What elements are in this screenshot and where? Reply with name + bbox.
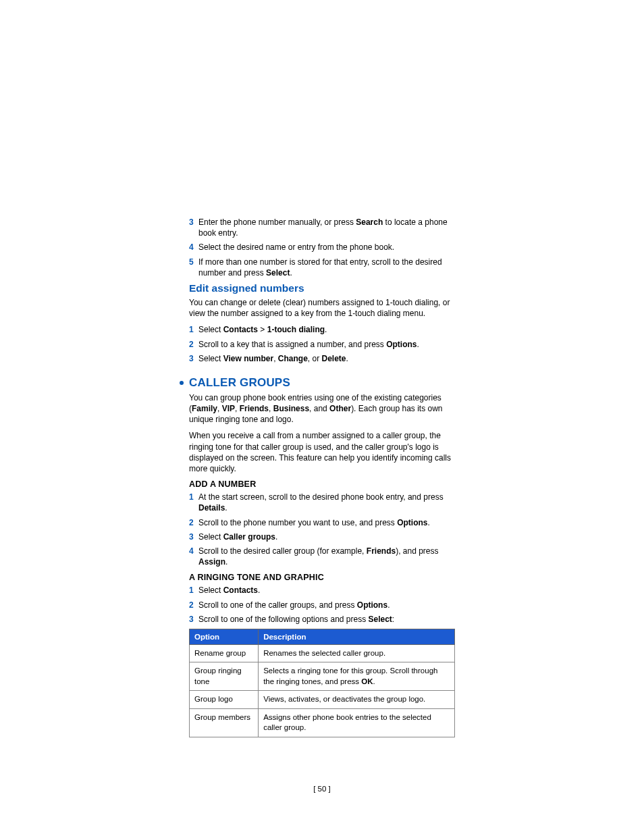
step-text: At the start screen, scroll to the desir… bbox=[198, 492, 455, 513]
step-text: Scroll to one of the following options a… bbox=[198, 614, 455, 625]
step-text: Scroll to the phone number you want to u… bbox=[198, 517, 455, 528]
bold-text: Contacts bbox=[223, 325, 258, 334]
bold-text: Delete bbox=[322, 354, 346, 363]
step-number: 1 bbox=[189, 324, 198, 335]
bold-text: Select bbox=[266, 268, 290, 278]
step-number: 1 bbox=[189, 492, 198, 513]
step-number: 3 bbox=[189, 353, 198, 364]
step-number: 3 bbox=[189, 614, 198, 625]
table-row: Group ringing toneSelects a ringing tone… bbox=[190, 662, 455, 691]
steps-add: 1At the start screen, scroll to the desi… bbox=[189, 492, 455, 567]
bold-text: 1-touch dialing bbox=[267, 325, 325, 334]
page-number: [ 50 ] bbox=[189, 785, 455, 793]
bold-text: View number bbox=[223, 354, 273, 363]
list-item: 2Scroll to one of the caller groups, and… bbox=[189, 600, 455, 610]
col-option: Option bbox=[190, 629, 259, 644]
step-text: Select Contacts > 1-touch dialing. bbox=[198, 324, 455, 335]
bold-text: Options bbox=[386, 340, 417, 349]
steps-top: 3Enter the phone number manually, or pre… bbox=[189, 217, 455, 278]
table-body: Rename groupRenames the selected caller … bbox=[190, 644, 455, 737]
bold-text: Caller groups bbox=[223, 532, 275, 542]
step-text: Scroll to a key that is assigned a numbe… bbox=[198, 339, 455, 350]
bold-text: Contacts bbox=[223, 585, 258, 595]
bold-text: Options bbox=[357, 600, 387, 610]
step-number: 1 bbox=[189, 585, 198, 596]
cell-option: Group members bbox=[190, 708, 259, 737]
list-item: 3Scroll to one of the following options … bbox=[189, 614, 455, 625]
list-item: 5If more than one number is stored for t… bbox=[189, 257, 455, 278]
bold-text: Options bbox=[397, 518, 427, 527]
bold-text: Family bbox=[192, 404, 217, 413]
step-text: If more than one number is stored for th… bbox=[198, 257, 455, 278]
list-item: 4Scroll to the desired caller group (for… bbox=[189, 546, 455, 567]
table-row: Rename groupRenames the selected caller … bbox=[190, 644, 455, 662]
list-item: 3Enter the phone number manually, or pre… bbox=[189, 217, 455, 238]
table-row: Group logoViews, activates, or deactivat… bbox=[190, 691, 455, 709]
bold-text: Business bbox=[273, 404, 309, 413]
step-text: Select View number, Change, or Delete. bbox=[198, 353, 455, 364]
bold-text: Friends bbox=[367, 546, 396, 556]
bold-text: Search bbox=[356, 217, 383, 227]
col-description: Description bbox=[259, 629, 455, 644]
list-item: 3Select Caller groups. bbox=[189, 531, 455, 542]
steps-edit: 1Select Contacts > 1-touch dialing.2Scro… bbox=[189, 324, 455, 364]
step-number: 4 bbox=[189, 546, 198, 567]
bold-text: Friends bbox=[240, 404, 269, 413]
step-text: Select the desired name or entry from th… bbox=[198, 242, 455, 253]
step-number: 2 bbox=[189, 517, 198, 528]
list-item: 1At the start screen, scroll to the desi… bbox=[189, 492, 455, 513]
heading-caller-groups: CALLER GROUPS bbox=[189, 376, 290, 390]
step-text: Scroll to one of the caller groups, and … bbox=[198, 600, 455, 610]
document-page: 3Enter the phone number manually, or pre… bbox=[0, 0, 644, 793]
step-number: 2 bbox=[189, 600, 198, 610]
bold-text: OK bbox=[361, 677, 373, 685]
heading-edit-assigned: Edit assigned numbers bbox=[189, 282, 455, 294]
cell-description: Assigns other phone book entries to the … bbox=[259, 708, 455, 737]
list-item: 1Select Contacts > 1-touch dialing. bbox=[189, 324, 455, 335]
step-text: Select Contacts. bbox=[198, 585, 455, 596]
cell-option: Rename group bbox=[190, 644, 259, 662]
list-item: 3Select View number, Change, or Delete. bbox=[189, 353, 455, 364]
cell-description: Renames the selected caller group. bbox=[259, 644, 455, 662]
step-number: 3 bbox=[189, 217, 198, 238]
step-text: Select Caller groups. bbox=[198, 531, 455, 542]
table-row: Group membersAssigns other phone book en… bbox=[190, 708, 455, 737]
table-header-row: Option Description bbox=[190, 629, 455, 644]
step-number: 2 bbox=[189, 339, 198, 350]
list-item: 4Select the desired name or entry from t… bbox=[189, 242, 455, 253]
bold-text: Select bbox=[368, 615, 392, 624]
list-item: 2Scroll to a key that is assigned a numb… bbox=[189, 339, 455, 350]
bold-text: Change bbox=[278, 354, 308, 363]
list-item: 1Select Contacts. bbox=[189, 585, 455, 596]
para-caller-2: When you receive a call from a number as… bbox=[189, 430, 455, 474]
bold-text: VIP bbox=[222, 404, 235, 413]
para-edit: You can change or delete (clear) numbers… bbox=[189, 297, 455, 319]
cell-description: Views, activates, or deactivates the gro… bbox=[259, 691, 455, 709]
para-caller-1: You can group phone book entries using o… bbox=[189, 392, 455, 425]
bold-text: Other bbox=[329, 404, 351, 413]
heading-ringing-tone: A RINGING TONE AND GRAPHIC bbox=[189, 573, 455, 582]
bullet-icon bbox=[180, 381, 184, 385]
heading-add-number: ADD A NUMBER bbox=[189, 479, 455, 489]
bold-text: Details bbox=[198, 503, 225, 513]
bold-text: Assign bbox=[198, 557, 225, 567]
step-text: Scroll to the desired caller group (for … bbox=[198, 546, 455, 567]
cell-option: Group logo bbox=[190, 691, 259, 709]
section-caller-groups: CALLER GROUPS bbox=[189, 376, 455, 390]
steps-ring: 1Select Contacts.2Scroll to one of the c… bbox=[189, 585, 455, 625]
step-number: 5 bbox=[189, 257, 198, 278]
step-text: Enter the phone number manually, or pres… bbox=[198, 217, 455, 238]
step-number: 3 bbox=[189, 531, 198, 542]
step-number: 4 bbox=[189, 242, 198, 253]
list-item: 2Scroll to the phone number you want to … bbox=[189, 517, 455, 528]
options-table: Option Description Rename groupRenames t… bbox=[189, 629, 455, 737]
cell-option: Group ringing tone bbox=[190, 662, 259, 691]
cell-description: Selects a ringing tone for this group. S… bbox=[259, 662, 455, 691]
